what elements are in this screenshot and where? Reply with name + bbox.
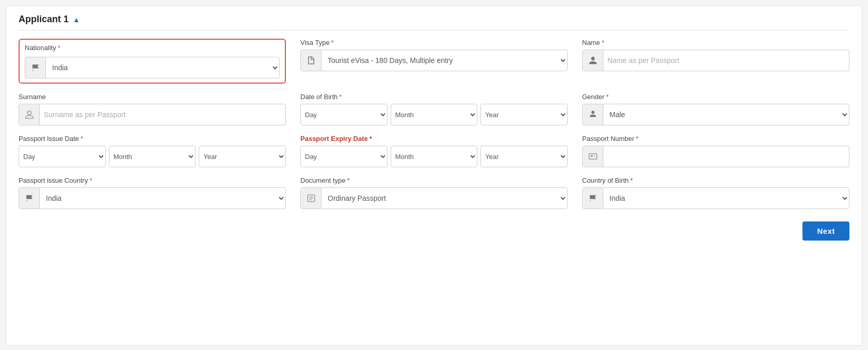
document-type-group: Document type* Ordinary Passport Officia… [300,177,568,209]
gender-icon [583,104,603,125]
flag2-icon [19,188,40,209]
passport-issue-country-select[interactable]: India USA UK Australia [40,188,285,209]
svg-rect-0 [589,154,597,160]
nationality-select[interactable]: India USA UK Australia [46,57,279,78]
ped-month-select[interactable]: Month [391,146,477,167]
passport-issue-date-label: Passport Issue Date* [19,135,286,142]
dob-year-select[interactable]: Year [481,104,567,125]
passport-expiry-date-label: Passport Expiry Date* [300,135,568,142]
dob-label: Date of Birth* [300,93,568,101]
country-of-birth-field-wrapper: India USA UK Australia [582,187,849,209]
surname-label: Surname [19,93,286,101]
passport-number-input[interactable] [603,146,849,167]
document-icon [301,50,322,71]
collapse-arrow-icon[interactable]: ▲ [73,15,80,24]
gender-select[interactable]: Male Female Other [603,104,849,125]
applicant-header: Applicant 1 ▲ [19,14,849,30]
form-container: Applicant 1 ▲ Nationality* India USA UK … [6,5,862,346]
surname-group: Surname [19,93,286,125]
dob-day-select[interactable]: Day [301,104,387,125]
person-icon [583,50,603,71]
ped-day-select[interactable]: Day [301,146,387,167]
surname-input[interactable] [40,104,285,125]
pid-day-select[interactable]: Day [19,146,105,167]
gender-field-wrapper: Male Female Other [582,104,849,125]
gender-label: Gender* [582,93,849,101]
pid-month-select[interactable]: Month [109,146,196,167]
visa-type-select[interactable]: Tourist eVisa - 180 Days, Multiple entry… [322,50,567,71]
ped-year-select[interactable]: Year [481,146,567,167]
surname-field-wrapper [19,104,286,125]
passport-issue-date-date-group: Day Month Year [19,146,286,167]
dob-day-wrapper: Day [300,104,388,125]
nationality-label: Nationality* [25,44,280,52]
passport-issue-country-group: Passport issue Country* India USA UK Aus… [19,177,286,209]
ped-day-wrapper: Day [300,146,388,167]
svg-point-1 [591,155,592,157]
flag-icon [25,57,46,78]
passport-number-label: Passport Number* [582,135,849,142]
nationality-group: Nationality* India USA UK Australia [19,39,286,84]
id-card-icon [583,146,603,167]
passport-number-group: Passport Number* [582,135,849,167]
flag3-icon [583,188,603,209]
name-group: Name* [582,39,849,84]
passport-expiry-date-group: Passport Expiry Date* Day Month Year [300,135,568,167]
gender-group: Gender* Male Female Other [582,93,849,125]
name-label: Name* [582,39,849,46]
passport-issue-date-group: Passport Issue Date* Day Month Year [19,135,286,167]
country-of-birth-select[interactable]: India USA UK Australia [603,188,849,209]
country-of-birth-label: Country of Birth* [582,177,849,184]
nationality-field-wrapper: India USA UK Australia [25,57,280,78]
document-type-select[interactable]: Ordinary Passport Official Passport Dipl… [322,188,567,209]
applicant-title: Applicant 1 [19,14,69,25]
country-of-birth-group: Country of Birth* India USA UK Australia [582,177,849,209]
dob-year-wrapper: Year [480,104,568,125]
visa-type-field-wrapper: Tourist eVisa - 180 Days, Multiple entry… [300,50,568,71]
visa-type-label: Visa Type* [300,39,568,46]
doc-icon [301,188,322,209]
document-type-field-wrapper: Ordinary Passport Official Passport Dipl… [300,187,568,209]
document-type-label: Document type* [300,177,568,184]
passport-issue-country-label: Passport issue Country* [19,177,286,184]
pid-month-wrapper: Month [109,146,196,167]
dob-group: Date of Birth* Day Month Year [300,93,568,125]
pid-year-wrapper: Year [199,146,286,167]
passport-number-field-wrapper [582,146,849,167]
ped-month-wrapper: Month [391,146,478,167]
passport-expiry-date-date-group: Day Month Year [300,146,568,167]
passport-issue-country-field-wrapper: India USA UK Australia [19,187,286,209]
next-btn-area: Next [19,221,849,241]
dob-date-group: Day Month Year [300,104,568,125]
name-field-wrapper [582,50,849,71]
next-button[interactable]: Next [802,221,849,241]
visa-type-group: Visa Type* Tourist eVisa - 180 Days, Mul… [300,39,568,84]
ped-year-wrapper: Year [480,146,568,167]
pid-year-select[interactable]: Year [199,146,285,167]
pid-day-wrapper: Day [19,146,106,167]
name-input[interactable] [603,50,849,71]
person-outline-icon [19,104,40,125]
dob-month-wrapper: Month [391,104,478,125]
form-grid: Nationality* India USA UK Australia Visa… [19,39,849,209]
dob-month-select[interactable]: Month [391,104,477,125]
